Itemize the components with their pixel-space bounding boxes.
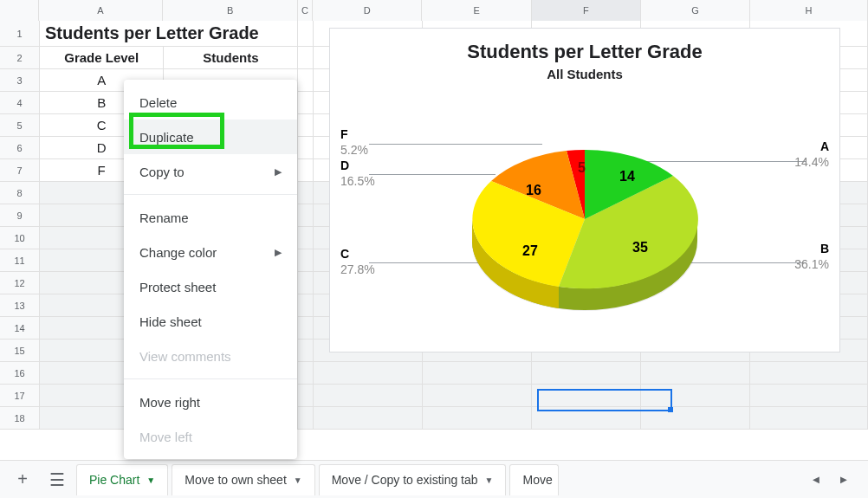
chevron-down-icon[interactable]: ▼ [294, 475, 302, 485]
sheet-tab-bar: + ☰ Pie Chart ▼ Move to own sheet ▼ Move… [0, 460, 868, 498]
cell[interactable]: Grade Level [40, 47, 164, 69]
menu-item-hide-sheet[interactable]: Hide sheet [124, 304, 297, 339]
tab-label: Move to own sheet [185, 473, 287, 487]
cell[interactable] [298, 272, 314, 294]
cell[interactable] [298, 182, 314, 204]
tab-scroll: ◄ ► [804, 468, 861, 492]
menu-item-rename[interactable]: Rename [124, 200, 297, 235]
menu-item-change-color[interactable]: Change color▶ [124, 235, 297, 269]
slice-value-f: 5 [578, 160, 586, 175]
cell[interactable] [298, 362, 314, 385]
scroll-left-button[interactable]: ◄ [804, 468, 828, 492]
column-header-c[interactable]: C [298, 0, 314, 21]
cell[interactable]: Students [164, 47, 298, 69]
slice-value-d: 16 [526, 183, 541, 197]
cell[interactable] [314, 385, 423, 407]
menu-item-duplicate[interactable]: Duplicate [124, 120, 297, 154]
cell[interactable] [423, 385, 532, 407]
menu-item-delete[interactable]: Delete [124, 85, 297, 120]
column-header-d[interactable]: D [313, 0, 422, 21]
cell[interactable] [298, 340, 314, 362]
cell[interactable] [298, 137, 314, 159]
chart-title: Students per Letter Grade [330, 41, 839, 63]
column-headers: ABCDEFGH [0, 0, 868, 21]
all-sheets-button[interactable]: ☰ [42, 464, 73, 495]
cell[interactable] [750, 385, 868, 407]
select-all-corner[interactable] [0, 0, 39, 21]
cell[interactable] [298, 159, 314, 182]
cell[interactable] [641, 362, 750, 385]
column-header-h[interactable]: H [750, 0, 868, 21]
cell[interactable] [423, 407, 532, 430]
cell[interactable] [750, 362, 868, 385]
cell[interactable] [298, 227, 314, 249]
chevron-down-icon[interactable]: ▼ [485, 475, 494, 485]
column-header-b[interactable]: B [163, 0, 297, 21]
row-header-17[interactable]: 17 [0, 385, 40, 407]
tab-pie-chart[interactable]: Pie Chart ▼ [76, 464, 168, 495]
cell-selection[interactable] [537, 389, 672, 411]
cell[interactable] [314, 407, 423, 430]
menu-item-label: Move right [139, 395, 200, 410]
menu-item-move-right[interactable]: Move right [124, 385, 297, 419]
row-header-8[interactable]: 8 [0, 182, 40, 204]
menu-item-label: Protect sheet [139, 280, 216, 294]
row-header-2[interactable]: 2 [0, 47, 40, 69]
menu-item-label: Move left [139, 430, 192, 444]
chevron-right-icon: ▶ [275, 247, 282, 258]
row-header-13[interactable]: 13 [0, 294, 40, 317]
cell[interactable] [298, 204, 314, 227]
row-header-1[interactable]: 1 [0, 21, 40, 47]
row-header-18[interactable]: 18 [0, 407, 40, 430]
cell[interactable] [423, 362, 532, 385]
cell[interactable] [298, 47, 314, 69]
menu-separator [124, 378, 297, 379]
row-header-16[interactable]: 16 [0, 362, 40, 385]
row-header-9[interactable]: 9 [0, 204, 40, 227]
row-header-7[interactable]: 7 [0, 159, 40, 182]
column-header-g[interactable]: G [641, 0, 750, 21]
cell[interactable] [298, 114, 314, 137]
row-header-5[interactable]: 5 [0, 114, 40, 137]
chevron-down-icon[interactable]: ▼ [146, 475, 155, 485]
tab-label: Move / Copy to existing tab [332, 473, 478, 487]
cell[interactable] [298, 317, 314, 340]
scroll-right-button[interactable]: ► [832, 468, 856, 492]
column-header-e[interactable]: E [422, 0, 531, 21]
sheet-context-menu: DeleteDuplicateCopy to▶RenameChange colo… [124, 80, 297, 459]
row-header-3[interactable]: 3 [0, 69, 40, 92]
menu-item-label: Rename [139, 210, 189, 225]
cell[interactable] [298, 385, 314, 407]
row-header-15[interactable]: 15 [0, 340, 40, 362]
row-header-10[interactable]: 10 [0, 227, 40, 249]
add-sheet-button[interactable]: + [7, 464, 38, 495]
slice-value-b: 35 [632, 240, 648, 255]
tab-move-copy[interactable]: Move / Copy to existing tab ▼ [319, 464, 507, 495]
cell[interactable] [298, 294, 314, 317]
tab-move-own[interactable]: Move to own sheet ▼ [172, 464, 314, 495]
cell[interactable] [314, 362, 423, 385]
menu-item-label: Copy to [139, 165, 185, 179]
row-header-11[interactable]: 11 [0, 249, 40, 272]
chevron-right-icon: ▶ [275, 166, 282, 178]
cell[interactable] [298, 407, 314, 430]
cell[interactable] [532, 362, 641, 385]
cell[interactable] [298, 249, 314, 272]
menu-item-label: Duplicate [139, 130, 194, 145]
column-header-f[interactable]: F [532, 0, 641, 21]
cell[interactable] [750, 407, 868, 430]
row-header-6[interactable]: 6 [0, 137, 40, 159]
menu-item-protect-sheet[interactable]: Protect sheet [124, 269, 297, 304]
menu-item-copy-to[interactable]: Copy to▶ [124, 154, 297, 189]
menu-item-label: Change color [139, 245, 217, 260]
chart-container[interactable]: Students per Letter Grade All Students F… [329, 28, 840, 352]
cell[interactable] [298, 92, 314, 114]
column-header-a[interactable]: A [39, 0, 164, 21]
cell[interactable] [298, 69, 314, 92]
row-header-4[interactable]: 4 [0, 92, 40, 114]
cell[interactable]: Students per Letter Grade [40, 21, 298, 47]
row-header-14[interactable]: 14 [0, 317, 40, 340]
cell[interactable] [298, 21, 314, 47]
tab-move[interactable]: Move [509, 464, 558, 495]
row-header-12[interactable]: 12 [0, 272, 40, 294]
